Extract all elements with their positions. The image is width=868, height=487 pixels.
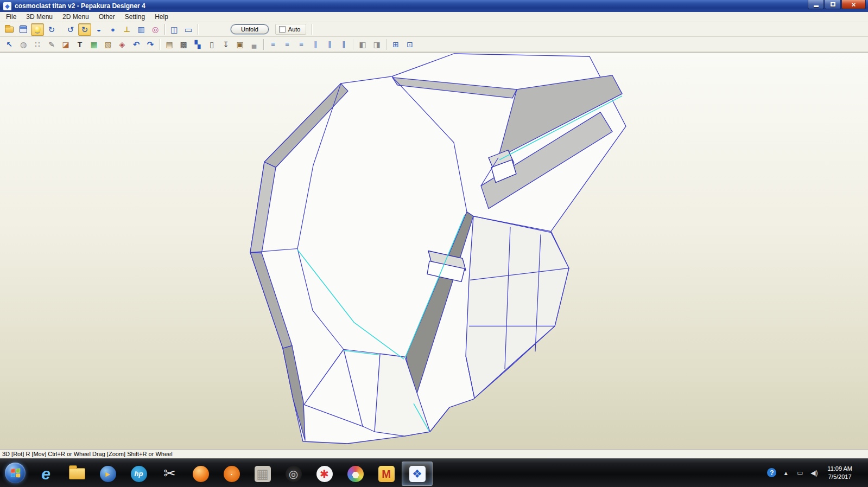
redo-icon[interactable]: ↷ (144, 38, 157, 50)
undo-icon-art: ↶ (133, 40, 140, 48)
material-view-icon[interactable]: ◒ (92, 23, 105, 36)
single-window-icon-art: ▭ (185, 25, 192, 34)
taskbar-item-windows-explorer[interactable] (61, 462, 92, 486)
taskbar-item-lens-app[interactable]: ◎ (278, 462, 309, 486)
minimize-icon (814, 5, 819, 7)
align-center-icon[interactable]: ≡ (281, 38, 294, 50)
rotate-right-view-icon[interactable]: ↻ (78, 23, 91, 36)
smooth-shading-icon[interactable]: ● (106, 23, 119, 36)
taskbar-clock[interactable]: 11:09 AM 7/5/2017 (823, 465, 856, 481)
texture-view-icon[interactable]: ▥ (135, 23, 148, 36)
save-file-icon-art (20, 25, 27, 33)
paste-icon[interactable]: ▣ (233, 38, 246, 50)
image-tool-icon[interactable]: ▦ (87, 38, 100, 50)
taskbar-item-blender-art: ∙ (224, 466, 240, 482)
taskbar-item-media-player[interactable]: ► (92, 462, 123, 486)
select-tool-icon[interactable]: ↖ (3, 38, 16, 50)
box-select-icon[interactable]: ▧ (102, 38, 115, 50)
magnet-tool-icon[interactable]: ◍ (17, 38, 30, 50)
light-toggle-icon[interactable] (31, 23, 44, 36)
open-file-icon[interactable] (3, 23, 16, 36)
align-middle-icon[interactable]: ∥ (323, 38, 336, 50)
taskbar-item-internet-explorer[interactable]: e (30, 462, 61, 486)
toolbar-separator (164, 24, 165, 35)
taskbar-item-internet-explorer-art: e (37, 465, 55, 483)
parts-tool-icon[interactable]: ◈ (116, 38, 129, 50)
taskbar-item-bricks-game[interactable]: ▦ (247, 462, 278, 486)
maximize-icon (831, 2, 835, 7)
book-view-icon[interactable]: ▤ (163, 38, 176, 50)
tray-display-icon[interactable]: ▭ (795, 468, 804, 478)
unfold-button[interactable]: Unfold (231, 24, 269, 34)
reset-view-icon-art: ↻ (48, 25, 55, 34)
export-page-icon[interactable]: ↧ (219, 38, 232, 50)
align-top-icon-art: ∥ (314, 41, 318, 48)
text-tool-icon[interactable]: T (73, 38, 86, 50)
taskbar-item-pepakura-viewer[interactable]: ✱ (309, 462, 340, 486)
align-middle-icon-art: ∥ (328, 41, 332, 48)
minimize-button[interactable] (808, 0, 824, 9)
viewport-3d[interactable] (0, 52, 868, 449)
text-tool-icon-art: T (78, 41, 83, 48)
taskbar-item-lens-app-art: ◎ (286, 466, 302, 482)
menu-item-3d-menu[interactable]: 3D Menu (21, 12, 58, 21)
parts-tool-icon-art: ◈ (119, 41, 125, 48)
taskbar-item-snipping-tool[interactable]: ✂ (154, 462, 185, 486)
tray-volume-icon[interactable]: ◀) (809, 468, 819, 478)
align-right-icon-art: ≡ (299, 41, 303, 48)
align-right-icon[interactable]: ≡ (295, 38, 308, 50)
menu-item-2d-menu[interactable]: 2D Menu (58, 12, 94, 21)
light-toggle-icon-art (34, 26, 41, 33)
align-left-icon[interactable]: ≡ (267, 38, 280, 50)
eraser-tool-icon[interactable]: ◪ (59, 38, 72, 50)
rotate-left-view-icon[interactable]: ↺ (64, 23, 77, 36)
link-view-icon[interactable]: ◎ (149, 23, 162, 36)
tray-help-icon[interactable]: ? (767, 468, 776, 477)
tray-show-hidden-icon[interactable]: ▴ (781, 468, 790, 478)
show-axis-icon[interactable]: ⊥ (121, 23, 134, 36)
taskbar-item-paint[interactable] (340, 462, 371, 486)
arrange-parts-icon[interactable]: ⊞ (389, 38, 402, 50)
taskbar-item-m-app[interactable]: M (371, 462, 402, 486)
taskbar-item-blender[interactable]: ∙ (216, 462, 247, 486)
flip-right-icon[interactable]: ◨ (370, 38, 383, 50)
close-button[interactable]: × (841, 0, 866, 9)
main-toolbar-icons: ↻↺↻◒●⊥▥◎◫▭ (2, 23, 200, 36)
align-top-icon[interactable]: ∥ (309, 38, 322, 50)
menu-item-file[interactable]: File (1, 12, 21, 21)
layout-view-icon-art: ▚ (195, 41, 201, 48)
single-window-icon[interactable]: ▭ (182, 23, 195, 36)
pattern-view-icon[interactable]: ▩ (177, 38, 190, 50)
model-right-face-shade (466, 216, 569, 399)
tray-icons: ?▴▭◀) (767, 468, 819, 478)
app-icon: ◆ (3, 2, 11, 10)
toolbar-separator (386, 39, 387, 50)
pen-tool-icon[interactable]: ✎ (45, 38, 58, 50)
auto-unfold-group[interactable]: Auto (275, 24, 307, 35)
auto-checkbox[interactable] (279, 26, 286, 33)
maximize-button[interactable] (825, 0, 841, 9)
divide-tool-icon[interactable]: ∷ (31, 38, 44, 50)
new-page-icon[interactable]: ▯ (205, 38, 218, 50)
undo-icon[interactable]: ↶ (130, 38, 143, 50)
taskbar-item-hp-support[interactable]: hp (123, 462, 154, 486)
flip-left-icon[interactable]: ◧ (356, 38, 369, 50)
reset-view-icon[interactable]: ↻ (45, 23, 58, 36)
start-button[interactable] (0, 458, 30, 487)
taskbar-item-firefox[interactable] (185, 462, 216, 486)
both-windows-icon[interactable]: ◫ (168, 23, 181, 36)
arrange-parts-icon-art: ⊞ (392, 41, 399, 48)
layout-view-icon[interactable]: ▚ (191, 38, 204, 50)
save-file-icon[interactable] (17, 23, 30, 36)
eraser-tool-icon-art: ◪ (62, 41, 69, 48)
flip-right-icon-art: ◨ (373, 41, 380, 48)
pack-parts-icon[interactable]: ⊡ (403, 38, 416, 50)
menu-item-help[interactable]: Help (150, 12, 173, 21)
menu-item-setting[interactable]: Setting (120, 12, 150, 21)
menu-item-other[interactable]: Other (94, 12, 120, 21)
close-icon: × (852, 1, 856, 9)
align-bottom-icon[interactable]: ∥ (337, 38, 350, 50)
taskbar-item-pepakura-designer[interactable]: ❖ (402, 462, 433, 486)
print-icon[interactable]: ▄ (248, 38, 261, 50)
window-controls: × (807, 0, 868, 9)
